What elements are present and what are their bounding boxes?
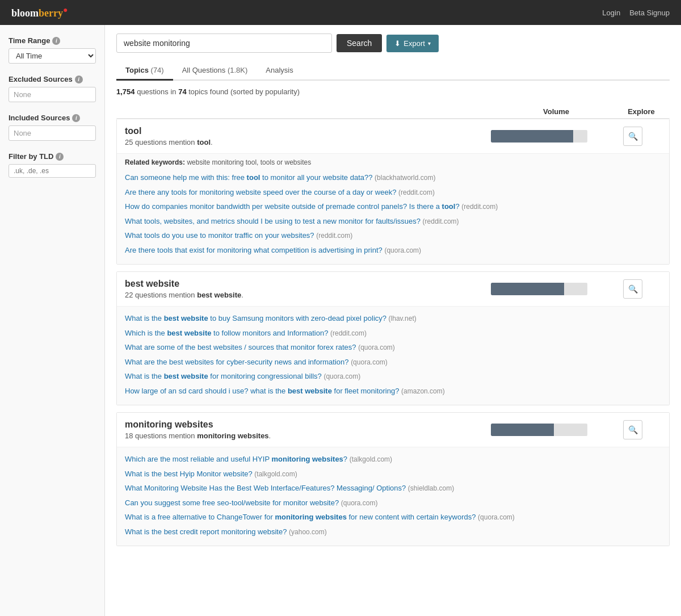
question-source-best-website-0: (lhav.net) bbox=[389, 315, 417, 322]
explore-button-monitoring-websites[interactable]: 🔍 bbox=[623, 420, 642, 439]
tab-all-questions-label: All Questions bbox=[182, 66, 228, 74]
question-link-monitoring-websites-4[interactable]: What is a free alternative to ChangeTowe… bbox=[125, 510, 661, 525]
tab-all-questions[interactable]: All Questions (1.8K) bbox=[173, 61, 257, 81]
export-button[interactable]: ⬇ Export ▾ bbox=[386, 35, 439, 52]
question-link-tool-4[interactable]: What tools do you use to monitor traffic… bbox=[125, 228, 661, 243]
logo-berry: berry bbox=[39, 7, 63, 19]
topic-header-monitoring-websites: monitoring websites18 questions mention … bbox=[117, 413, 669, 447]
explore-button-best-website[interactable]: 🔍 bbox=[623, 279, 642, 299]
results-topics-count: 74 bbox=[178, 87, 186, 96]
time-range-label: Time Range i bbox=[9, 36, 96, 45]
export-label: Export bbox=[403, 39, 425, 48]
topic-header-tool: tool25 questions mention tool.🔍 bbox=[117, 119, 669, 153]
main-layout: Time Range i All Time Excluded Sources i… bbox=[0, 25, 681, 616]
question-link-best-website-2[interactable]: What are some of the best websites / sou… bbox=[125, 340, 661, 355]
question-source-monitoring-websites-5: (yahoo.com) bbox=[289, 528, 327, 536]
tab-all-questions-count: (1.8K) bbox=[228, 66, 247, 74]
topic-subtitle-best-website: 22 questions mention best website. bbox=[125, 291, 491, 299]
topic-bar-area-tool bbox=[491, 130, 604, 143]
filter-tld-info-icon[interactable]: i bbox=[56, 153, 64, 161]
export-icon: ⬇ bbox=[394, 39, 401, 48]
topic-bar-area-monitoring-websites bbox=[491, 424, 604, 436]
question-link-monitoring-websites-2[interactable]: What Monitoring Website Has the Best Web… bbox=[125, 481, 661, 496]
topic-block-best-website: best website22 questions mention best we… bbox=[116, 271, 670, 405]
question-source-monitoring-websites-3: (quora.com) bbox=[341, 499, 378, 507]
topic-bar-fill-tool bbox=[491, 130, 573, 143]
question-source-tool-1: (reddit.com) bbox=[398, 188, 435, 196]
question-link-tool-5[interactable]: Are there tools that exist for monitorin… bbox=[125, 243, 661, 258]
question-source-best-website-5: (amazon.com) bbox=[401, 387, 445, 395]
topic-explore-area-monitoring-websites: 🔍 bbox=[604, 420, 661, 439]
question-link-best-website-4[interactable]: What is the best website for monitoring … bbox=[125, 369, 661, 384]
question-link-tool-3[interactable]: What tools, websites, and metrics should… bbox=[125, 214, 661, 229]
related-keywords-tool: Related keywords: website monitoring too… bbox=[125, 158, 661, 166]
question-link-best-website-0[interactable]: What is the best website to buy Samsung … bbox=[125, 311, 661, 326]
question-link-tool-1[interactable]: Are there any tools for monitoring websi… bbox=[125, 185, 661, 200]
question-link-tool-2[interactable]: How do companies monitor bandwidth per w… bbox=[125, 199, 661, 214]
results-count: 1,754 bbox=[116, 87, 135, 96]
time-range-info-icon[interactable]: i bbox=[52, 37, 60, 45]
filter-tld-input[interactable] bbox=[9, 164, 96, 178]
excluded-sources-section: Excluded Sources i None bbox=[9, 75, 96, 102]
topic-explore-area-tool: 🔍 bbox=[604, 127, 661, 146]
question-source-tool-3: (reddit.com) bbox=[423, 217, 459, 225]
question-source-monitoring-websites-1: (talkgold.com) bbox=[254, 470, 297, 478]
tabs-bar: Topics (74) All Questions (1.8K) Analysi… bbox=[116, 61, 670, 81]
question-link-best-website-3[interactable]: What are the best websites for cyber-sec… bbox=[125, 355, 661, 370]
topic-bar-fill-monitoring-websites bbox=[491, 424, 554, 436]
tab-analysis-label: Analysis bbox=[266, 66, 293, 74]
question-source-monitoring-websites-4: (quora.com) bbox=[478, 513, 515, 521]
question-link-monitoring-websites-5[interactable]: What is the best credit report monitorin… bbox=[125, 525, 661, 539]
question-source-best-website-3: (quora.com) bbox=[351, 358, 388, 366]
included-sources-section: Included Sources i None bbox=[9, 114, 96, 141]
question-source-tool-0: (blackhatworld.com) bbox=[375, 174, 435, 182]
topic-explore-area-best-website: 🔍 bbox=[604, 279, 661, 299]
tab-analysis[interactable]: Analysis bbox=[257, 61, 302, 81]
export-dropdown-icon: ▾ bbox=[428, 40, 431, 47]
topic-info-tool: tool25 questions mention tool. bbox=[125, 126, 491, 146]
topic-bar-area-best-website bbox=[491, 283, 604, 295]
login-link[interactable]: Login bbox=[602, 9, 620, 17]
time-range-select[interactable]: All Time bbox=[9, 48, 96, 64]
question-source-monitoring-websites-2: (shieldlab.com) bbox=[408, 484, 454, 492]
question-link-monitoring-websites-3[interactable]: Can you suggest some free seo-tool/websi… bbox=[125, 496, 661, 510]
search-input[interactable] bbox=[116, 33, 332, 53]
topic-questions-tool: Related keywords: website monitoring too… bbox=[117, 153, 669, 264]
topic-header-best-website: best website22 questions mention best we… bbox=[117, 272, 669, 306]
question-link-best-website-1[interactable]: Which is the best website to follow moni… bbox=[125, 326, 661, 341]
tab-topics[interactable]: Topics (74) bbox=[116, 61, 173, 81]
excluded-sources-info-icon[interactable]: i bbox=[75, 76, 83, 83]
time-range-section: Time Range i All Time bbox=[9, 36, 96, 64]
sidebar: Time Range i All Time Excluded Sources i… bbox=[0, 25, 105, 616]
topic-block-monitoring-websites: monitoring websites18 questions mention … bbox=[116, 412, 670, 546]
explore-header: Explore bbox=[613, 107, 670, 116]
beta-signup-link[interactable]: Beta Signup bbox=[629, 9, 670, 17]
topic-subtitle-tool: 25 questions mention tool. bbox=[125, 138, 491, 146]
excluded-sources-label: Excluded Sources i bbox=[9, 75, 96, 83]
question-link-tool-0[interactable]: Can someone help me with this: free tool… bbox=[125, 170, 661, 185]
question-source-best-website-4: (quora.com) bbox=[323, 372, 360, 380]
topic-block-tool: tool25 questions mention tool.🔍Related k… bbox=[116, 119, 670, 265]
topic-info-monitoring-websites: monitoring websites18 questions mention … bbox=[125, 420, 491, 440]
question-source-best-website-2: (quora.com) bbox=[358, 343, 395, 351]
topic-title-best-website: best website bbox=[125, 279, 491, 289]
topic-bar-container-monitoring-websites bbox=[491, 424, 587, 436]
question-source-tool-2: (reddit.com) bbox=[461, 203, 498, 211]
filter-tld-label: Filter by TLD i bbox=[9, 152, 96, 161]
search-button[interactable]: Search bbox=[337, 34, 382, 52]
main-content: Search ⬇ Export ▾ Topics (74) All Questi… bbox=[105, 25, 681, 616]
included-sources-info-icon[interactable]: i bbox=[72, 114, 80, 122]
column-headers: Volume Explore bbox=[116, 105, 670, 119]
question-link-monitoring-websites-0[interactable]: Which are the most reliable and useful H… bbox=[125, 452, 661, 467]
volume-header: Volume bbox=[499, 107, 613, 116]
logo: bloomberry● bbox=[11, 6, 68, 19]
question-link-monitoring-websites-1[interactable]: What is the best Hyip Monitor website? (… bbox=[125, 467, 661, 481]
question-source-tool-4: (reddit.com) bbox=[316, 232, 352, 240]
explore-button-tool[interactable]: 🔍 bbox=[623, 127, 642, 146]
excluded-sources-value: None bbox=[9, 87, 96, 102]
topic-questions-best-website: What is the best website to buy Samsung … bbox=[117, 306, 669, 405]
question-link-best-website-5[interactable]: How large of an sd card should i use? wh… bbox=[125, 384, 661, 399]
included-sources-label: Included Sources i bbox=[9, 114, 96, 122]
topic-bar-fill-best-website bbox=[491, 283, 564, 295]
topics-container: tool25 questions mention tool.🔍Related k… bbox=[116, 119, 670, 546]
